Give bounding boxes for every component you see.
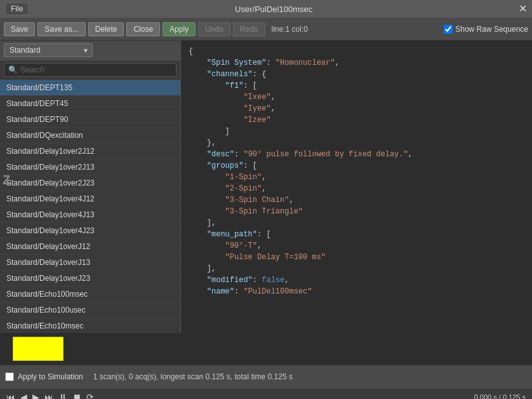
stop-button[interactable]: ⏹ [72,392,81,400]
list-item[interactable]: Standard/DEPT135 [0,80,180,96]
show-raw-checkbox[interactable] [444,25,453,34]
search-input[interactable] [20,65,172,74]
list-item[interactable]: Standard/Delay1over4J23 [0,223,180,239]
save-as-button[interactable]: Save as... [37,22,85,36]
undo-button[interactable]: Undo [198,22,230,36]
apply-button[interactable]: Apply [163,22,196,36]
apply-simulation-checkbox[interactable] [5,372,14,381]
apply-simulation-label: Apply to Simulation [18,372,83,381]
list-item[interactable]: Standard/Delay1over2J13 [0,159,180,175]
list-item[interactable]: Standard/DEPT90 [0,112,180,128]
playback-controls: ⏮ ◀ ▶ ⏭ ⏸ ⏹ ⟳ [6,392,94,400]
left-panel: Standard User ▼ 🔍 Standard/DEPT135Standa… [0,41,181,333]
list-item[interactable]: Standard/Echo100msec [0,287,180,302]
dropdown-wrapper: Standard User ▼ [4,43,93,57]
save-button[interactable]: Save [4,22,35,36]
delete-button[interactable]: Delete [88,22,124,36]
simulation-info: 1 scan(s), 0 acq(s), longest scan 0.125 … [93,372,293,381]
show-raw-container: Show Raw Sequence [444,25,528,34]
list-item[interactable]: Standard/DEPT45 [0,96,180,112]
toolbar: Save Save as... Delete Close Apply Undo … [0,18,532,41]
title-bar: File User/PulDel100msec ✕ [0,0,532,18]
standard-dropdown[interactable]: Standard User [4,43,93,57]
item-list: Standard/DEPT135Standard/DEPT45Standard/… [0,80,180,333]
search-input-wrapper: 🔍 [4,63,176,77]
list-item[interactable]: Standard/Delay1over4J12 [0,191,180,207]
dropdown-bar: Standard User ▼ [0,41,180,60]
main-content: Standard User ▼ 🔍 Standard/DEPT135Standa… [0,41,532,333]
file-menu[interactable]: File [5,3,29,15]
list-item[interactable]: Standard/Delay1over2J12 [0,144,180,159]
code-editor[interactable]: { "Spin System": "Homonuclear", "channel… [181,41,532,333]
list-item[interactable]: Standard/Delay1overJ13 [0,255,180,271]
pause-button[interactable]: ⏸ [58,392,67,400]
right-panel: { "Spin System": "Homonuclear", "channel… [181,41,532,333]
list-item[interactable]: Standard/Echo10msec [0,318,180,333]
skip-to-start-button[interactable]: ⏮ [6,392,15,400]
simulation-bar: Apply to Simulation 1 scan(s), 0 acq(s),… [0,365,532,388]
list-item[interactable]: Standard/DQexcitation [0,128,180,144]
close-button-toolbar[interactable]: Close [126,22,160,36]
window-title: User/PulDel100msec [29,4,519,14]
show-raw-label: Show Raw Sequence [455,25,528,34]
search-bar: 🔍 [0,60,180,80]
play-button[interactable]: ▶ [32,392,39,400]
list-item[interactable]: Standard/Delay1overJ23 [0,271,180,287]
z-indicator: Z [0,172,13,189]
loop-button[interactable]: ⟳ [86,392,94,400]
yellow-area [0,333,532,365]
list-item[interactable]: Standard/Delay1over2J23 [0,175,180,191]
line-col-info: line:1 col:0 [272,25,308,34]
redo-button[interactable]: Redo [233,22,265,36]
time-display: 0.000 s / 0.125 s [474,393,526,400]
yellow-visualization [13,337,63,361]
list-item[interactable]: Standard/Delay1overJ12 [0,239,180,255]
search-icon: 🔍 [8,65,18,74]
rewind-button[interactable]: ◀ [20,392,27,400]
list-item[interactable]: Standard/Delay1over4J13 [0,207,180,223]
close-button[interactable]: ✕ [519,4,527,14]
fast-forward-button[interactable]: ⏭ [44,392,53,400]
playback-bar: ⏮ ◀ ▶ ⏭ ⏸ ⏹ ⟳ 0.000 s / 0.125 s [0,388,532,399]
list-item[interactable]: Standard/Echo100usec [0,302,180,318]
